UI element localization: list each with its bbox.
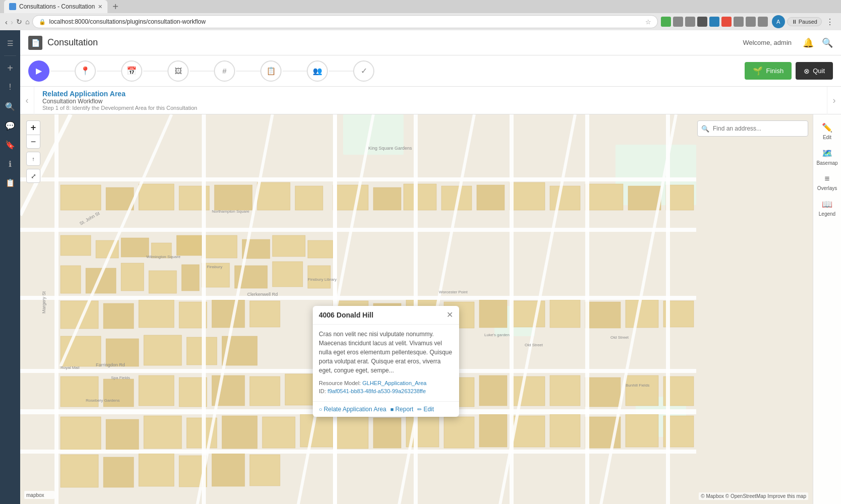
map-container[interactable]: St. John St Clerkenwell Rd Farringdon Rd… [20,114,841,504]
forward-btn[interactable]: › [11,18,13,26]
svg-text:Northampton Square: Northampton Square [212,209,250,214]
report-link[interactable]: ■ Report [390,406,414,413]
ext-4[interactable] [697,17,707,27]
svg-rect-30 [333,185,368,210]
step-4[interactable]: 🖼 [167,60,189,82]
sidebar-item-report[interactable]: 📋 [1,174,19,192]
sidebar-item-menu[interactable]: ☰ [1,34,19,52]
popup-description: Cras non velit nec nisi vulputate nonumm… [319,330,453,375]
workflow-next-btn[interactable]: › [827,87,841,114]
step-3[interactable]: 📅 [121,60,142,82]
browser-toolbar: ‹ › ↻ ⌂ 🔒 localhost:8000/consultations/p… [0,13,841,30]
ext-1[interactable] [661,17,671,27]
edit-label: Edit [823,135,831,140]
url-text: localhost:8000/consultations/plugins/con… [49,18,642,25]
popup-edit-link[interactable]: ✏ Edit [417,406,434,413]
bell-icon[interactable]: 🔔 [803,37,814,48]
svg-text:mapbox: mapbox [26,492,44,498]
lock-icon: 🔒 [39,19,46,25]
step-5[interactable]: # [214,60,235,82]
map-panel-legend[interactable]: 📖 Legend [815,195,839,221]
overlays-icon: ≡ [825,174,830,184]
svg-rect-82 [585,377,621,407]
svg-text:Wilmington Square: Wilmington Square [146,255,181,259]
ext-8[interactable] [746,17,756,27]
relate-application-link[interactable]: ○ Relate Application Area [319,406,386,413]
svg-rect-28 [257,182,290,210]
step-2[interactable]: 📍 [75,60,96,82]
map-panel-overlays[interactable]: ≡ Overlays [815,170,839,195]
back-btn[interactable]: ‹ [5,18,8,26]
svg-rect-102 [20,296,696,300]
north-btn[interactable]: ↑ [26,152,40,166]
svg-rect-105 [20,450,696,454]
svg-rect-42 [139,300,174,328]
new-tab-btn[interactable]: + [108,0,123,13]
sidebar-item-alert[interactable]: ! [1,78,19,96]
relate-label: Relate Application Area [324,406,386,413]
edit-icon: ✏️ [822,122,832,133]
svg-rect-12 [121,263,144,291]
svg-rect-36 [550,186,580,210]
svg-rect-69 [106,419,139,450]
ext-7[interactable] [734,17,744,27]
svg-rect-85 [61,455,98,487]
bookmark-star-icon[interactable]: ☆ [645,18,651,26]
quit-btn[interactable]: ⊗ Quit [796,62,833,80]
sidebar-item-bookmark[interactable]: 🔖 [1,136,19,154]
popup-id: ID: f9af0541-bb83-48fd-a530-99a263238ffe [319,388,453,394]
refresh-btn[interactable]: ↻ [16,18,22,26]
workflow-prev-btn[interactable]: ‹ [20,87,34,114]
profile-btn[interactable]: A [772,15,785,28]
sidebar-item-chat[interactable]: 💬 [1,116,19,135]
map-panel-edit[interactable]: ✏️ Edit [815,118,839,144]
svg-rect-79 [479,375,507,406]
map-panel-basemap[interactable]: 🗺️ Basemap [815,144,839,170]
mapbox-logo: mapbox [24,491,54,500]
active-tab[interactable]: Consultations - Consultation ✕ [4,0,107,13]
svg-rect-27 [214,185,252,210]
zoom-out-btn[interactable]: − [26,135,40,149]
popup-close-btn[interactable]: ✕ [446,311,453,319]
zoom-in-btn[interactable]: + [26,120,40,135]
svg-text:Rosebery Gardens: Rosebery Gardens [86,398,120,403]
step-8[interactable]: ✓ [353,60,374,82]
expand-btn[interactable]: ⤢ [26,169,40,183]
ext-2[interactable] [673,17,683,27]
svg-rect-63 [139,375,174,406]
sidebar-item-search[interactable]: 🔍 [1,97,19,115]
ext-5[interactable] [709,17,719,27]
svg-rect-72 [222,416,257,449]
id-link[interactable]: f9af0541-bb83-48fd-a530-99a263238ffe [327,388,426,394]
address-bar[interactable]: 🔒 localhost:8000/consultations/plugins/c… [32,15,657,28]
ext-6[interactable] [721,17,732,27]
address-search-input[interactable] [697,120,808,137]
overlays-label: Overlays [817,185,837,191]
ext-9[interactable] [758,17,768,27]
header-search-icon[interactable]: 🔍 [822,37,833,48]
step-6[interactable]: 📋 [260,60,282,82]
browser-chrome: Consultations - Consultation ✕ + ‹ › ↻ ⌂… [0,0,841,30]
workflow-steps-bar: ▶ 📍 📅 🖼 # [20,55,841,87]
step-7[interactable]: 👥 [307,60,328,82]
sidebar-item-info[interactable]: ℹ [1,155,19,173]
page-title: Consultation [47,37,738,48]
tab-close-btn[interactable]: ✕ [98,4,102,10]
finish-btn[interactable]: 🌱 Finish [745,62,792,80]
sidebar-item-add[interactable]: + [1,59,19,77]
home-btn[interactable]: ⌂ [25,18,29,26]
step-1[interactable]: ▶ [28,60,49,82]
menu-dots[interactable]: ⋮ [824,17,836,27]
ext-3[interactable] [685,17,695,27]
svg-rect-37 [585,184,623,210]
app-header: 📄 Consultation Welcome, admin 🔔 🔍 [20,30,841,55]
resource-model-link[interactable]: GLHER_Application_Area [362,380,426,386]
svg-text:Royal Mail: Royal Mail [61,365,80,370]
svg-rect-89 [212,454,245,486]
svg-rect-107 [54,114,59,504]
report-label: Report [395,406,413,413]
svg-rect-45 [250,301,280,327]
paused-indicator[interactable]: ⏸ Paused [787,17,822,26]
svg-rect-10 [61,266,81,293]
svg-rect-66 [250,376,280,406]
